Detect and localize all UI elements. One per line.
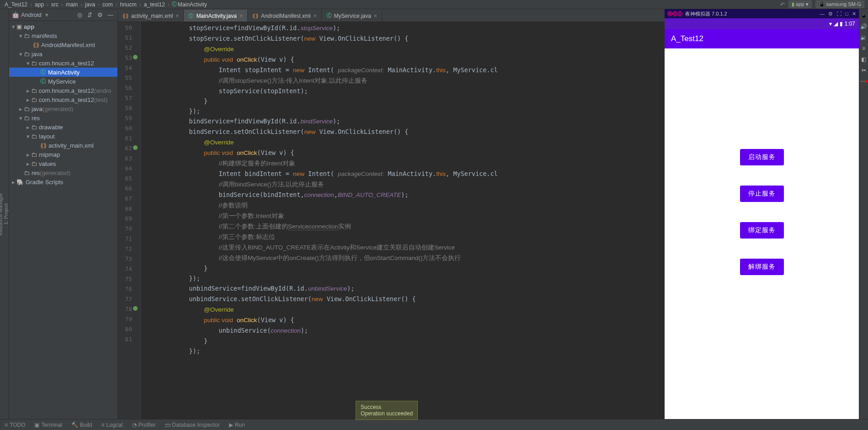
terminal-tool-tab[interactable]: ▣ Terminal xyxy=(34,422,62,428)
editor-tab[interactable]: ⒸMyService.java× xyxy=(322,10,382,21)
project-tool-tab[interactable]: 1: Project xyxy=(3,199,9,229)
emulator-window-title: 夜神模拟器 7.0.1.2 xyxy=(685,11,727,17)
menu-icon[interactable]: ≡ xyxy=(860,45,868,52)
tree-res-generated[interactable]: 🗀res (generated) xyxy=(9,168,117,177)
project-panel-header: 🤖 Android ▾ ◎ ⇵ ⚙ — xyxy=(9,9,117,21)
class-icon: Ⓒ xyxy=(171,0,177,8)
tree-package-androidtest[interactable]: ▸🗀com.hnucm.a_test12 (andro xyxy=(9,86,117,95)
editor-tab[interactable]: ⟪⟫AndroidManifest.xml× xyxy=(248,10,322,21)
class-icon: Ⓒ xyxy=(326,12,332,20)
gear-icon[interactable]: ⚙ xyxy=(828,11,833,17)
hide-icon[interactable]: — xyxy=(107,11,115,19)
android-icon: 🤖 xyxy=(12,11,19,18)
device-select[interactable]: 📱 samsung SM-G xyxy=(815,0,864,8)
bottom-tool-bar: ≡ TODO ▣ Terminal 🔨 Build ≡ Logcat ◔ Pro… xyxy=(0,419,868,430)
editor-tab[interactable]: ⒸMainActivity.java× xyxy=(184,10,248,21)
popup-title: Success xyxy=(361,404,413,410)
popup-message: Operation succeeded xyxy=(361,410,413,417)
editor-tabs-bar: ⟪⟫activity_main.xml× ⒸMainActivity.java×… xyxy=(118,9,665,22)
right-tool-strip: 📱 🔊 🔉 ≡ ◧ ✂ ⋯ xyxy=(859,9,868,419)
fullscreen-icon[interactable]: ⛶ xyxy=(836,11,841,17)
breadcrumb-item[interactable]: hnucm xyxy=(120,1,137,8)
select-opened-file-icon[interactable]: ◎ xyxy=(77,11,85,19)
run-config-select[interactable]: ▮ app ▾ xyxy=(788,0,811,8)
editor-column: ⟪⟫activity_main.xml× ⒸMainActivity.java×… xyxy=(118,9,665,419)
code-editor[interactable]: 50 51 52 53 54 55 56 57 58 59 60 61 62 6… xyxy=(118,22,665,419)
left-tool-strip: 1: Project Resource Manager 7: Structure… xyxy=(0,9,9,419)
bind-service-button[interactable]: 绑定服务 xyxy=(740,222,784,239)
chevron-down-icon: ▾ xyxy=(45,11,48,18)
back-arrow-icon[interactable]: ↶ xyxy=(780,1,785,8)
breadcrumb-item[interactable]: main xyxy=(66,1,78,8)
clock-text: 1:07 xyxy=(845,21,855,27)
camera-icon[interactable]: ◧ xyxy=(860,56,868,63)
run-tool-tab[interactable]: ▶ Run xyxy=(229,422,245,428)
editor-tab[interactable]: ⟪⟫activity_main.xml× xyxy=(118,10,184,21)
project-tree[interactable]: ▾▣app ▾🗀manifests ⟪⟫AndroidManifest.xml … xyxy=(9,21,117,187)
close-icon[interactable]: × xyxy=(314,13,317,19)
code-content[interactable]: stopService=findViewById(R.id.stopServic… xyxy=(141,22,665,419)
project-view-selector[interactable]: 🤖 Android ▾ xyxy=(12,11,48,18)
tree-mipmap[interactable]: ▸🗀mipmap xyxy=(9,150,117,159)
xml-icon: ⟪⟫ xyxy=(122,13,129,19)
emulator-titlebar: ⓃⓄⓍ 夜神模拟器 7.0.1.2 — ⚙ ⛶ □ ✕ xyxy=(665,9,859,18)
tree-java[interactable]: ▾🗀java xyxy=(9,49,117,58)
gear-icon[interactable]: ⚙ xyxy=(97,11,105,19)
line-gutter[interactable]: 50 51 52 53 54 55 56 57 58 59 60 61 62 6… xyxy=(118,22,141,419)
minimize-icon[interactable]: — xyxy=(820,11,825,17)
emulator-app-body: 启动服务 停止服务 绑定服务 解绑服务 xyxy=(665,48,859,419)
collapse-all-icon[interactable]: ⇵ xyxy=(87,11,95,19)
tree-package[interactable]: ▾🗀com.hnucm.a_test12 xyxy=(9,58,117,68)
emulator-status-bar: ▾ ◢ ▮ 1:07 xyxy=(665,18,859,29)
unbind-service-button[interactable]: 解绑服务 xyxy=(740,259,784,275)
tree-res[interactable]: ▾🗀res xyxy=(9,113,117,122)
breadcrumb-item[interactable]: MainActivity xyxy=(178,1,207,8)
breadcrumb-item[interactable]: app xyxy=(35,1,44,8)
tree-package-test[interactable]: ▸🗀com.hnucm.a_test12 (test) xyxy=(9,95,117,104)
close-icon[interactable]: × xyxy=(176,13,179,19)
resource-manager-tool-tab[interactable]: Resource Manager xyxy=(0,188,3,240)
start-service-button[interactable]: 启动服务 xyxy=(740,149,784,165)
speaker-icon[interactable]: 🔊 xyxy=(860,23,868,30)
close-icon[interactable]: × xyxy=(374,13,377,19)
tree-drawable[interactable]: ▸🗀drawable xyxy=(9,122,117,132)
tree-gradle-scripts[interactable]: ▸🐘Gradle Scripts xyxy=(9,177,117,186)
tree-mainactivity[interactable]: ⒸMainActivity xyxy=(9,68,117,77)
build-tool-tab[interactable]: 🔨 Build xyxy=(71,422,92,428)
tree-manifest-file[interactable]: ⟪⟫AndroidManifest.xml xyxy=(9,40,117,49)
tree-module-app[interactable]: ▾▣app xyxy=(9,22,117,31)
breadcrumb-item[interactable]: A_Test12 xyxy=(5,1,27,8)
signal-icon: ◢ xyxy=(834,21,838,27)
emulator-logo: ⓃⓄⓍ xyxy=(667,11,682,17)
project-panel: 🤖 Android ▾ ◎ ⇵ ⚙ — ▾▣app ▾🗀manifests ⟪⟫… xyxy=(9,9,118,419)
battery-icon: ▮ xyxy=(840,21,843,27)
breadcrumb-item[interactable]: a_test12 xyxy=(144,1,165,8)
breadcrumb-item[interactable]: com xyxy=(102,1,113,8)
db-inspector-tool-tab[interactable]: 🗃 Database Inspector xyxy=(165,422,220,428)
more-icon[interactable]: ⋯ xyxy=(860,78,868,85)
todo-tool-tab[interactable]: ≡ TODO xyxy=(5,422,25,428)
app-title: A_Test12 xyxy=(671,34,703,43)
profiler-tool-tab[interactable]: ◔ Profiler xyxy=(132,422,156,428)
tree-values[interactable]: ▸🗀values xyxy=(9,159,117,168)
breadcrumb-bar: A_Test12› app› src› main› java› com› hnu… xyxy=(0,0,868,9)
breadcrumb-item[interactable]: src xyxy=(51,1,59,8)
tree-myservice[interactable]: ⒸMyService xyxy=(9,77,117,86)
breadcrumb-item[interactable]: java xyxy=(85,1,95,8)
stop-service-button[interactable]: 停止服务 xyxy=(740,186,784,202)
close-icon[interactable]: ✕ xyxy=(852,11,856,17)
xml-icon: ⟪⟫ xyxy=(252,13,259,19)
tree-layout-file[interactable]: ⟪⟫activity_main.xml xyxy=(9,141,117,150)
tree-layout[interactable]: ▾🗀layout xyxy=(9,132,117,141)
phone-icon[interactable]: 📱 xyxy=(860,12,868,19)
scissors-icon[interactable]: ✂ xyxy=(860,67,868,74)
close-icon[interactable]: × xyxy=(240,13,243,19)
emulator-panel: ⓃⓄⓍ 夜神模拟器 7.0.1.2 — ⚙ ⛶ □ ✕ ▾ ◢ ▮ 1:07 A… xyxy=(665,9,859,419)
maximize-icon[interactable]: □ xyxy=(845,11,848,17)
add-volume-icon[interactable]: 🔉 xyxy=(860,34,868,41)
tree-java-generated[interactable]: ▸🗀java (generated) xyxy=(9,104,117,113)
success-popup: Success Operation succeeded xyxy=(356,401,418,420)
logcat-tool-tab[interactable]: ≡ Logcat xyxy=(101,422,123,428)
wifi-icon: ▾ xyxy=(829,21,832,27)
tree-manifests[interactable]: ▾🗀manifests xyxy=(9,31,117,40)
